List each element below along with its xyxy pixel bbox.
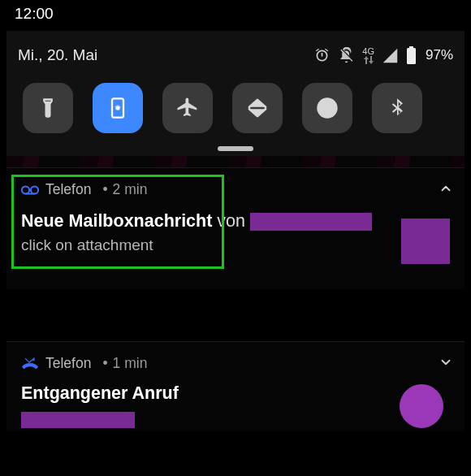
tile-bluetooth[interactable] — [372, 83, 422, 133]
tile-phone-settings[interactable] — [93, 83, 143, 133]
quick-settings-header: Mi., 20. Mai 4G 97% — [18, 39, 453, 71]
clock: 12:00 — [15, 5, 54, 23]
notification-subtitle: click on attachment — [21, 236, 450, 254]
svg-point-6 — [22, 186, 29, 193]
contact-avatar — [401, 219, 450, 264]
redacted-caller-name — [21, 412, 135, 428]
notification-missed-call[interactable]: Telefon 1 min Entgangener Anruf — [6, 341, 465, 431]
notification-title: Neue Mailboxnachricht von — [21, 211, 450, 232]
tile-sync[interactable] — [232, 83, 283, 133]
collapse-button[interactable] — [439, 181, 453, 199]
network-indicator: 4G — [362, 47, 374, 64]
battery-icon — [406, 46, 417, 64]
voicemail-icon — [21, 184, 39, 196]
svg-point-7 — [31, 186, 38, 193]
notification-header: Telefon 2 min — [21, 181, 450, 198]
battery-percentage: 97% — [426, 47, 453, 63]
missed-call-icon — [21, 357, 39, 371]
expand-button[interactable] — [439, 355, 453, 373]
panel-drag-handle[interactable] — [218, 146, 253, 151]
status-bar: 12:00 — [0, 0, 471, 28]
phone-screen: 12:00 Mi., 20. Mai 4G 97% — [0, 0, 471, 476]
network-label: 4G — [362, 47, 374, 55]
chevron-down-icon — [439, 355, 453, 370]
tile-do-not-disturb[interactable] — [302, 83, 352, 133]
chevron-up-icon — [439, 181, 453, 196]
notification-title-mid: von — [217, 211, 245, 232]
date-label: Mi., 20. Mai — [18, 46, 97, 64]
notification-app-name: Telefon — [45, 181, 91, 198]
data-arrows-icon — [363, 56, 374, 64]
notification-app-name: Telefon — [45, 355, 91, 372]
notification-voicemail[interactable]: Telefon 2 min Neue Mailboxnachricht von … — [6, 167, 465, 289]
notification-header: Telefon 1 min — [21, 355, 450, 372]
notification-time: 2 min — [97, 181, 147, 198]
panel-separator — [6, 156, 465, 167]
alarm-icon — [313, 47, 331, 64]
mute-icon — [338, 47, 355, 64]
svg-rect-0 — [409, 46, 413, 48]
tile-flashlight[interactable] — [23, 83, 73, 133]
tile-airplane-mode[interactable] — [162, 83, 213, 133]
status-icons: 4G 97% — [313, 46, 453, 64]
redacted-caller-name — [250, 213, 372, 231]
signal-icon — [382, 47, 399, 64]
notification-title: Entgangener Anruf — [21, 383, 450, 404]
notification-title-prefix: Neue Mailboxnachricht — [21, 211, 212, 232]
contact-avatar — [400, 384, 443, 428]
svg-rect-1 — [407, 48, 416, 64]
notification-time: 1 min — [97, 355, 147, 372]
quick-settings-tiles — [18, 71, 453, 143]
notification-title-text: Entgangener Anruf — [21, 383, 179, 404]
quick-settings-panel: Mi., 20. Mai 4G 97% — [6, 31, 465, 156]
